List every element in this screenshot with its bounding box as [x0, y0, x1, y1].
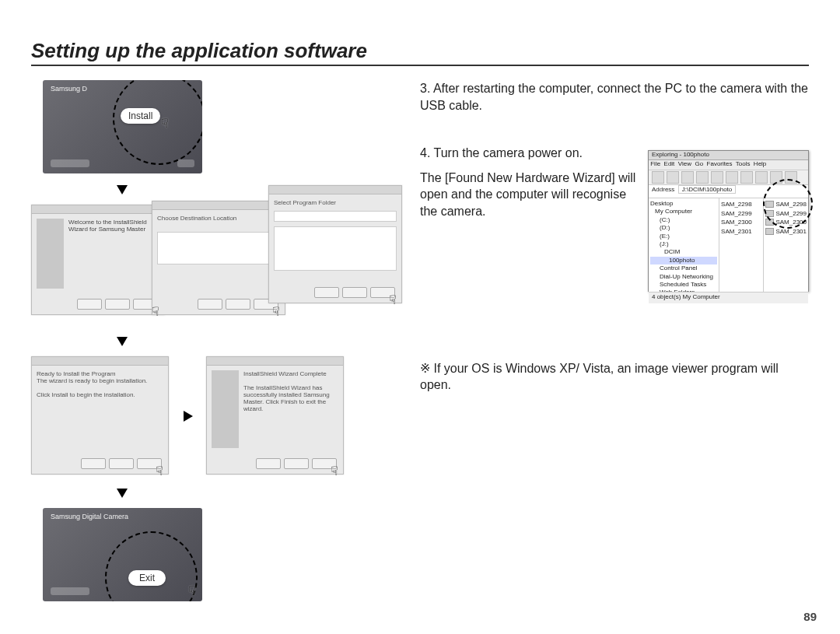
cursor-icon: ☟ — [389, 292, 397, 307]
file-list: SAM_2298 SAM_2299 SAM_2300 SAM_2301 — [719, 198, 764, 292]
cursor-icon: ☟ — [188, 583, 196, 598]
cursor-icon: ☟ — [156, 464, 163, 478]
installer2-title: Samsung Digital Camera — [43, 508, 202, 525]
installer1-exit-btn — [177, 159, 194, 167]
list-item: SAM_2300 — [721, 218, 761, 227]
cut-icon — [696, 171, 709, 184]
installer2-highlight-circle — [105, 531, 198, 601]
arrow-down-icon — [117, 337, 128, 346]
installer-screenshot-1: Samsung D Install ☟ — [43, 80, 202, 173]
explorer-statusbar: 4 object(s) My Computer — [649, 292, 808, 303]
tree-item: Dial-Up Networking — [650, 273, 717, 281]
address-label: Address — [652, 186, 674, 193]
right-column: 3. After restarting the computer, connec… — [420, 80, 809, 609]
wizard-screenshot-c: Select Program Folder ☟ — [268, 185, 402, 303]
cursor-icon: ☟ — [161, 116, 169, 131]
note: ※ If your OS is Windows XP/ Vista, an im… — [420, 360, 809, 394]
wizard-screenshot-e: InstallShield Wizard CompleteThe Install… — [206, 356, 344, 475]
cursor-icon: ☟ — [331, 464, 338, 478]
arrow-down-icon — [117, 185, 128, 194]
installer1-footer-btn — [51, 159, 89, 167]
explorer-menubar: File Edit View Go Favorites Tools Help — [649, 160, 808, 170]
explorer-screenshot: Exploring - 100photo File Edit View Go F… — [648, 150, 809, 292]
instruction-3: 3. After restarting the computer, connec… — [420, 80, 809, 114]
install-callout: Install — [121, 108, 160, 124]
up-icon — [681, 171, 694, 184]
tree-item: Desktop — [650, 200, 717, 208]
address-path: J:\DCIM\100photo — [678, 185, 736, 194]
tree-item: Control Panel — [650, 264, 717, 272]
undo-icon — [740, 171, 753, 184]
tree-item: Scheduled Tasks — [650, 281, 717, 289]
back-icon — [652, 171, 664, 184]
instruction-4-body: The [Found New Hardware Wizard] will ope… — [420, 170, 638, 220]
tree-item: (E:) — [650, 233, 717, 240]
forward-icon — [667, 171, 679, 184]
wizard-screenshot-b: Choose Destination Location ☟ — [152, 201, 285, 315]
tree-item: DCIM — [650, 248, 717, 256]
installer-screenshot-2: Samsung Digital Camera Exit ☟ — [43, 508, 202, 601]
wizard-screenshot-a: Welcome to the InstallShield Wizard for … — [31, 205, 165, 315]
tree-item: (C:) — [650, 216, 717, 224]
explorer-title: Exploring - 100photo — [649, 151, 712, 158]
page-title: Setting up the application software — [31, 39, 809, 66]
explorer-highlight-circle — [763, 179, 813, 229]
tree-item: My Computer — [650, 208, 717, 215]
delete-icon — [755, 171, 768, 184]
page-number: 89 — [803, 610, 817, 623]
folder-tree: Desktop My Computer (C:) (D:) (E:) (J:) … — [649, 198, 719, 292]
cursor-icon: ☟ — [152, 304, 159, 319]
arrow-down-icon — [117, 489, 128, 498]
wizard-screenshot-d: Ready to Install the ProgramThe wizard i… — [31, 356, 169, 475]
paste-icon — [726, 171, 738, 184]
arrow-right-icon — [184, 411, 193, 422]
tree-item-selected: 100photo — [650, 257, 717, 264]
tree-item: (D:) — [650, 224, 717, 232]
list-item: SAM_2298 — [721, 200, 761, 209]
cursor-icon: ☟ — [272, 304, 280, 319]
installer2-footer-btn — [51, 587, 89, 595]
copy-icon — [711, 171, 723, 184]
tree-item: (J:) — [650, 240, 717, 248]
note-symbol-icon: ※ — [420, 362, 430, 375]
list-item: SAM_2301 — [721, 227, 761, 236]
left-column: Samsung D Install ☟ Welcome to the Insta… — [31, 80, 404, 609]
tree-item: Web Folders — [650, 289, 717, 292]
note-text: If your OS is Windows XP/ Vista, an imag… — [420, 362, 779, 392]
exit-callout: Exit — [128, 570, 166, 586]
list-item: SAM_2299 — [721, 209, 761, 219]
